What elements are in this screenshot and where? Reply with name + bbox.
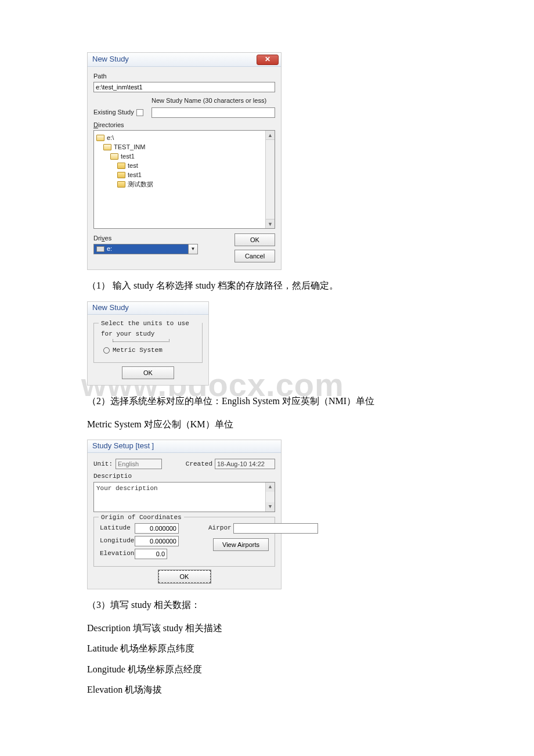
folder-closed-icon (117, 181, 125, 188)
description-label: Descriptio (93, 471, 275, 482)
ok-button[interactable]: OK (234, 233, 275, 246)
folder-closed-icon (117, 172, 125, 178)
latitude-label: Latitude (100, 523, 135, 534)
tree-item[interactable]: TEST_INM (114, 142, 145, 153)
scroll-down-icon[interactable]: ▼ (266, 219, 275, 228)
latitude-input[interactable] (135, 523, 179, 534)
drive-value: e: (107, 244, 112, 254)
dialog-new-study-units: New Study Select the units to use for yo… (87, 301, 209, 386)
option-metric-label: Metric System (113, 345, 163, 356)
unit-label: Unit: (93, 459, 116, 470)
elevation-label: Elevation (100, 549, 135, 559)
drives-label: Drives (93, 233, 234, 244)
ok-button[interactable]: OK (158, 570, 211, 583)
folder-open-icon (103, 144, 111, 150)
tree-item[interactable]: test (128, 161, 138, 171)
description-value: Your description (96, 485, 158, 492)
airport-input[interactable] (233, 523, 318, 534)
longitude-input[interactable] (135, 536, 179, 546)
document-page: New Study ✕ Path New Study Name (30 char… (0, 0, 534, 738)
folder-closed-icon (117, 163, 125, 169)
scroll-down-icon[interactable]: ▼ (266, 502, 275, 512)
tree-item[interactable]: test1 (128, 170, 142, 181)
scroll-up-icon[interactable]: ▲ (266, 483, 275, 492)
titlebar: New Study (88, 302, 208, 315)
instruction-7: Elevation 机场海拔 (87, 682, 447, 697)
tree-item[interactable]: e:\ (107, 133, 114, 143)
close-icon[interactable]: ✕ (257, 55, 279, 65)
instruction-2: （2）选择系统坐标对应的单位：English System 对应英制（NMI）单… (87, 394, 447, 409)
existing-study-checkbox[interactable] (136, 109, 143, 116)
view-airports-button[interactable]: View Airports (213, 538, 269, 551)
drives-combo[interactable]: e: ▼ (93, 244, 198, 254)
elevation-input[interactable] (135, 549, 167, 559)
cancel-button[interactable]: Cancel (234, 250, 275, 262)
dialog-study-setup: Study Setup [test ] Unit: Created Descri… (87, 440, 282, 589)
chevron-down-icon[interactable]: ▼ (188, 244, 197, 254)
folder-open-icon (96, 135, 104, 141)
description-textarea[interactable]: Your description ▲ ▼ (93, 482, 275, 512)
units-group: Select the units to use for your study E… (93, 323, 203, 363)
radio-metric[interactable] (103, 347, 110, 354)
directory-tree[interactable]: e:\ TEST_INM test1 test test1 测试数据 ▲ ▼ (93, 130, 275, 229)
tree-item[interactable]: test1 (121, 152, 135, 162)
tree-item[interactable]: 测试数据 (128, 179, 153, 190)
airport-label: Airpor (208, 523, 232, 534)
instruction-5: Latitude 机场坐标原点纬度 (87, 641, 447, 656)
existing-study-label: Existing Study (93, 107, 134, 118)
instruction-4: Description 填写该 study 相关描述 (87, 621, 447, 636)
origin-label: Origin of Coordinates (99, 513, 184, 523)
origin-group: Origin of Coordinates Latitude Longitude… (93, 517, 275, 567)
created-field (215, 459, 275, 469)
dialog-new-study: New Study ✕ Path New Study Name (30 char… (87, 52, 282, 270)
longitude-label: Longitude (100, 536, 135, 546)
dialog-body: Path New Study Name (30 characters or le… (88, 67, 281, 269)
dialog-body: Select the units to use for your study E… (88, 315, 208, 385)
new-name-label: New Study Name (30 characters or less) (151, 96, 275, 106)
drive-icon (96, 246, 104, 252)
scrollbar[interactable]: ▲ ▼ (265, 131, 275, 228)
instruction-3: （3）填写 study 相关数据： (87, 597, 447, 613)
directories-label: Directories (93, 120, 275, 131)
scrollbar[interactable]: ▲ ▼ (265, 483, 275, 512)
window-title: New Study (92, 302, 129, 314)
group-label: Select the units to use for your study (99, 319, 202, 339)
ok-button[interactable]: OK (122, 366, 174, 379)
scroll-up-icon[interactable]: ▲ (266, 131, 275, 140)
created-label: Created (186, 459, 212, 470)
instruction-6: Longitude 机场坐标原点经度 (87, 662, 447, 677)
instruction-1: （1） 输入 study 名称选择 study 档案的存放路径，然后确定。 (87, 278, 447, 293)
dialog-body: Unit: Created Descriptio Your descriptio… (88, 453, 281, 589)
window-title: New Study (92, 53, 129, 66)
titlebar: New Study ✕ (88, 53, 281, 67)
instruction-2b: Metric System 对应公制（KM）单位 (87, 417, 447, 432)
titlebar: Study Setup [test ] (88, 440, 281, 453)
path-label: Path (93, 71, 275, 82)
folder-open-icon (110, 153, 118, 160)
window-title: Study Setup [test ] (92, 440, 154, 452)
new-study-name-input[interactable] (151, 107, 275, 118)
unit-field (116, 459, 162, 469)
path-input[interactable] (93, 82, 275, 92)
